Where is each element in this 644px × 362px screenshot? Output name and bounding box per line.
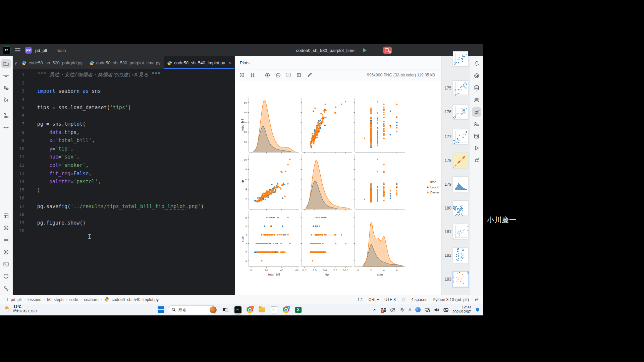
breadcrumb-item[interactable]: lessons <box>28 297 41 302</box>
tool-stripe-services-button[interactable] <box>1 235 11 245</box>
ime-mode-indicator[interactable]: A <box>409 307 412 312</box>
plot-history-item-177[interactable]: 177 <box>441 127 470 146</box>
plot-history-item-179[interactable]: 179 <box>441 175 470 194</box>
tool-stripe-learner-button[interactable]: ? <box>1 83 11 93</box>
tool-stripe-commit-button[interactable] <box>1 71 11 80</box>
plot-history-item-183[interactable]: 183✕ <box>441 270 470 289</box>
plot-history-item-180[interactable]: 180 <box>441 199 470 218</box>
plot-thumbnail[interactable] <box>453 224 468 239</box>
zoom-out-button[interactable] <box>275 72 282 78</box>
taskbar-app-explorer[interactable] <box>258 305 266 315</box>
tool-stripe-run-play-button[interactable] <box>472 143 481 153</box>
taskbar-app-chrome-profile2[interactable]: ▲ <box>282 305 290 315</box>
edit-pencil-button[interactable] <box>306 72 313 78</box>
tool-stripe-run-circle-button[interactable] <box>1 247 11 257</box>
tool-stripe-debug-bug-button[interactable] <box>472 156 481 165</box>
plot-thumbnail[interactable] <box>453 272 468 287</box>
plot-history-item-181[interactable]: 181 <box>441 222 470 241</box>
plots-panel-header[interactable]: Plots <box>235 56 441 69</box>
plot-thumbnail[interactable] <box>453 80 468 96</box>
tool-stripe-plots-chart-button[interactable] <box>472 107 481 117</box>
file-encoding[interactable]: UTF-8 <box>384 297 396 302</box>
onedrive-paused-icon[interactable] <box>390 307 396 313</box>
plot-history-item-partial[interactable] <box>441 50 470 68</box>
editor-tab-code50_sb_540_lmplot.py[interactable]: code50_sb_540_lmplot.py× <box>164 56 234 69</box>
tool-stripe-structure-button[interactable] <box>1 111 11 120</box>
taskbar-app-notepad[interactable] <box>270 305 278 315</box>
tool-stripe-ai-assistant-button[interactable] <box>472 71 481 80</box>
zoom-level[interactable]: 1:1 <box>286 73 291 77</box>
tool-stripe-notifications-bell-button[interactable] <box>472 59 481 68</box>
main-menu-button[interactable] <box>14 47 22 53</box>
plot-thumbnail[interactable] <box>453 51 468 67</box>
run-configuration-selector[interactable]: code50_sb_530_pairplot_time <box>294 48 357 53</box>
code-editor[interactable]: I 1""" 男性・女性/喫煙者・禁煙者での違いを見る """23import … <box>13 69 235 295</box>
tool-stripe-version-control-button[interactable] <box>1 284 11 293</box>
branch-selector[interactable]: main <box>55 48 67 53</box>
zoom-in-button[interactable] <box>264 72 271 78</box>
line-separator[interactable]: CRLF <box>369 297 379 302</box>
fit-window-button[interactable] <box>238 72 245 78</box>
plot-history-item-176[interactable]: 176 <box>441 103 470 121</box>
frame-button[interactable] <box>249 72 256 78</box>
plot-thumbnail[interactable] <box>453 104 468 120</box>
weather-widget[interactable]: 11°C 晴れのちくもり <box>3 305 37 313</box>
code-with-me-button[interactable] <box>412 46 420 54</box>
debug-button[interactable] <box>372 46 380 54</box>
python-interpreter[interactable]: Python 3.13 (pd_plt) <box>433 297 469 302</box>
close-button[interactable] <box>470 45 480 55</box>
copilot-icon[interactable] <box>415 307 421 312</box>
tool-stripe-more-horizontal-button[interactable] <box>1 123 11 132</box>
tool-stripe-pull-request-button[interactable] <box>1 95 11 105</box>
tab-close-icon[interactable]: × <box>228 60 231 65</box>
plot-thumbnail[interactable] <box>453 153 468 168</box>
indent-setting[interactable]: 4 spaces <box>411 297 427 302</box>
tool-stripe-code-with-me-button[interactable] <box>472 119 481 129</box>
taskbar-search[interactable]: 検索 <box>168 305 218 314</box>
plot-thumbnail[interactable] <box>453 248 468 263</box>
caret-position[interactable]: 1:1 <box>358 297 363 302</box>
editor-tab-code50_sb_530_pairplot_time.py[interactable]: code50_sb_530_pairplot_time.py <box>86 56 164 69</box>
tool-stripe-python-console-button[interactable] <box>1 223 11 233</box>
run-button[interactable] <box>361 46 369 54</box>
plot-thumbnail[interactable] <box>453 129 468 144</box>
taskbar-app-task-view[interactable] <box>221 305 230 315</box>
breadcrumb-item[interactable]: pd_plt <box>11 297 22 302</box>
stop-button[interactable]: 5 <box>383 47 392 54</box>
devices-icon[interactable] <box>424 307 430 313</box>
taskbar-clock[interactable]: 12:33 2024/12/07 <box>452 305 471 314</box>
tool-stripe-database-button[interactable] <box>472 83 481 93</box>
tray-app-badge-icon[interactable]: 1 <box>381 307 386 313</box>
breadcrumb-item[interactable]: code <box>69 297 78 302</box>
screenshot-icon[interactable] <box>443 307 449 313</box>
plot-thumbnail[interactable] <box>453 177 468 192</box>
more-actions-button[interactable] <box>395 46 403 54</box>
breadcrumb-item[interactable]: code50_sb_540_lmplot.py <box>112 297 159 302</box>
editor-tab-code50_sb_520_pairgrid.py[interactable]: code50_sb_520_pairgrid.py <box>18 56 86 69</box>
microphone-icon[interactable] <box>399 307 405 312</box>
plot-history-item-178[interactable]: 178 <box>441 151 470 170</box>
taskbar-app-pycharm[interactable]: PC <box>233 305 242 315</box>
tool-stripe-terminal-button[interactable] <box>1 259 11 269</box>
start-button[interactable] <box>158 306 164 313</box>
plot-history-item-175[interactable]: 175 <box>441 79 470 98</box>
speaker-icon[interactable] <box>434 307 439 313</box>
tool-stripe-python-packages-button[interactable] <box>1 211 11 221</box>
taskbar-app-excel[interactable]: X <box>294 305 303 315</box>
project-selector[interactable]: pd_plt <box>35 48 49 53</box>
breadcrumb-item[interactable]: 50_step5 <box>47 297 63 302</box>
notification-bell-icon[interactable] <box>475 307 480 313</box>
unlocked-padlock-icon[interactable] <box>474 297 479 302</box>
tray-chevron-up-icon[interactable] <box>372 307 377 312</box>
close-plot-icon[interactable]: ✕ <box>466 270 469 275</box>
actual-size-button[interactable] <box>296 72 302 78</box>
plot-history-item-182[interactable]: 182 <box>441 246 470 265</box>
tool-stripe-collaboration-button[interactable] <box>472 95 481 105</box>
taskbar-app-chrome[interactable]: k <box>246 305 254 315</box>
tool-stripe-problems-button[interactable] <box>1 272 11 281</box>
search-everywhere-button[interactable] <box>423 46 431 54</box>
plot-thumbnail[interactable] <box>453 200 468 216</box>
breadcrumb-item[interactable]: seaborn <box>84 297 98 302</box>
tool-stripe-sciview-table-button[interactable] <box>472 131 481 141</box>
tool-stripe-folder-button[interactable] <box>1 59 11 68</box>
